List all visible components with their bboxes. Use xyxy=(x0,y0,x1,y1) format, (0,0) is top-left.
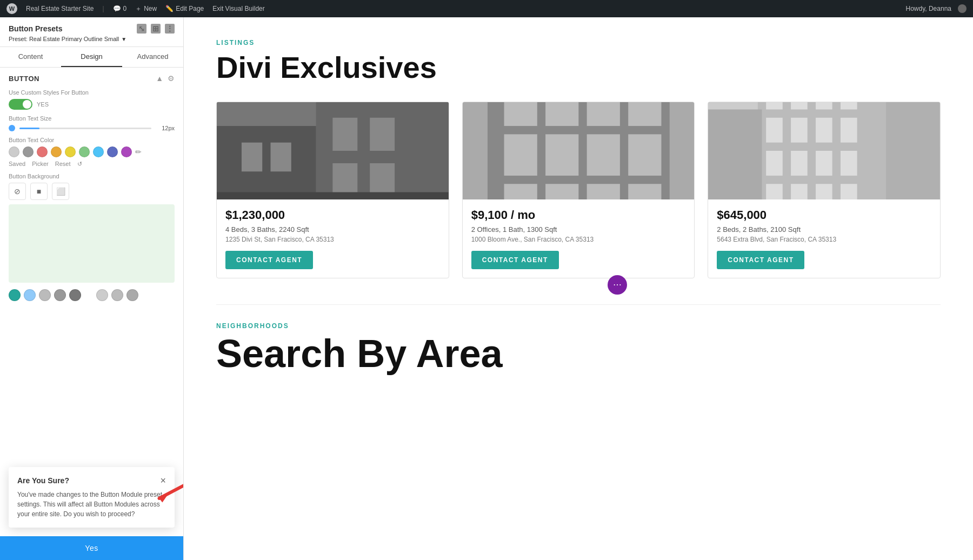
text-color-label: Button Text Color xyxy=(9,137,175,143)
svg-rect-44 xyxy=(816,184,832,199)
collapse-icon[interactable]: ▲ xyxy=(156,74,163,83)
bg-solid-icon[interactable]: ■ xyxy=(30,183,48,200)
custom-styles-toggle[interactable] xyxy=(9,99,32,110)
listings-label: LISTINGS xyxy=(216,39,941,46)
bg-label: Button Background xyxy=(9,173,175,179)
exit-builder-link[interactable]: Exit Visual Builder xyxy=(212,5,265,12)
svg-rect-37 xyxy=(841,117,857,142)
new-link[interactable]: ＋ New xyxy=(135,4,157,14)
panel-title-text: Button Presets xyxy=(9,24,63,33)
bottom-swatch-gray1[interactable] xyxy=(39,289,51,301)
preview-box xyxy=(9,204,175,283)
card-image-3 xyxy=(708,102,940,199)
svg-rect-28 xyxy=(708,109,762,199)
svg-rect-32 xyxy=(816,102,832,109)
svg-rect-31 xyxy=(791,102,808,109)
swatch-purple[interactable] xyxy=(121,146,132,157)
svg-rect-41 xyxy=(841,151,857,176)
card-specs-2: 2 Offices, 1 Bath, 1300 Sqft xyxy=(471,225,686,234)
swatch-indigo[interactable] xyxy=(107,146,118,157)
swatch-orange[interactable] xyxy=(51,146,62,157)
svg-rect-38 xyxy=(766,151,783,176)
svg-rect-23 xyxy=(545,184,578,199)
bottom-swatches xyxy=(9,289,175,301)
bubble-icon: 💬 xyxy=(113,5,121,12)
confirm-dialog: Are You Sure? × You've made changes to t… xyxy=(9,467,175,528)
contact-btn-2[interactable]: CONTACT AGENT xyxy=(471,251,559,269)
toggle-yes-label: YES xyxy=(37,101,49,108)
custom-styles-label: Use Custom Styles For Button xyxy=(9,89,175,96)
more-icon[interactable]: ⋮ xyxy=(165,24,175,34)
card-specs-3: 2 Beds, 2 Baths, 2100 Sqft xyxy=(717,225,931,234)
separator: | xyxy=(102,5,104,12)
avatar xyxy=(958,4,967,13)
swatch-red[interactable] xyxy=(37,146,48,157)
svg-rect-19 xyxy=(545,134,578,176)
card-price-2: $9,100 / mo xyxy=(471,208,686,222)
svg-rect-33 xyxy=(841,102,857,109)
button-section-header: Button ▲ ⚙ xyxy=(9,74,175,83)
main-wrapper: Button Presets ⤡ ⊞ ⋮ Preset: Real Estate… xyxy=(0,0,973,560)
comments-link[interactable]: 💬 0 xyxy=(113,5,127,12)
admin-bar: W Real Estate Starter Site | 💬 0 ＋ New ✏… xyxy=(0,0,973,17)
listings-heading: Divi Exclusives xyxy=(216,51,941,84)
svg-rect-9 xyxy=(332,163,357,196)
panel-title-icons: ⤡ ⊞ ⋮ xyxy=(137,24,175,34)
left-panel: Button Presets ⤡ ⊞ ⋮ Preset: Real Estate… xyxy=(0,17,184,560)
preset-label: Preset: Real Estate Primary Outline Smal… xyxy=(9,36,175,42)
bottom-swatch-lgray1[interactable] xyxy=(96,289,108,301)
swatch-gray[interactable] xyxy=(23,146,34,157)
slider-handle[interactable] xyxy=(9,125,15,131)
svg-rect-20 xyxy=(587,134,619,176)
text-size-label: Button Text Size xyxy=(9,115,175,122)
picker-action[interactable]: Picker xyxy=(32,161,49,168)
bg-image-icon[interactable]: ⬜ xyxy=(52,183,69,200)
svg-rect-18 xyxy=(504,134,537,176)
bottom-swatch-accent[interactable] xyxy=(9,289,21,301)
contact-btn-3[interactable]: CONTACT AGENT xyxy=(717,251,804,269)
svg-rect-21 xyxy=(628,134,661,176)
swatch-yellow[interactable] xyxy=(65,146,76,157)
property-card-1: $1,230,000 4 Beds, 3 Baths, 2240 Sqft 12… xyxy=(216,102,449,278)
expand-icon[interactable]: ⤡ xyxy=(137,24,146,34)
howdy-text: Howdy, Deanna xyxy=(906,5,952,12)
purple-menu-circle[interactable]: ⋯ xyxy=(608,275,627,295)
tab-content[interactable]: Content xyxy=(0,47,61,67)
bottom-swatch-lgray2[interactable] xyxy=(111,289,123,301)
card-body-2: $9,100 / mo 2 Offices, 1 Bath, 1300 Sqft… xyxy=(463,199,695,278)
dialog-close-button[interactable]: × xyxy=(160,476,166,485)
panel-title: Button Presets ⤡ ⊞ ⋮ xyxy=(9,24,175,34)
svg-rect-42 xyxy=(766,184,783,199)
swatch-none[interactable] xyxy=(9,146,19,157)
bottom-swatch-gray2[interactable] xyxy=(54,289,66,301)
columns-icon[interactable]: ⊞ xyxy=(151,24,161,34)
svg-rect-17 xyxy=(628,102,661,126)
toggle-row: YES xyxy=(9,99,175,110)
color-picker-icon[interactable]: ✏ xyxy=(135,148,142,156)
slider-track[interactable] xyxy=(19,128,151,129)
bg-gradient-icon[interactable]: ⊘ xyxy=(9,183,26,200)
svg-rect-40 xyxy=(816,151,832,176)
bottom-swatch-gray3[interactable] xyxy=(69,289,81,301)
contact-btn-1[interactable]: CONTACT AGENT xyxy=(225,251,313,269)
dialog-header: Are You Sure? × xyxy=(17,476,166,485)
dialog-body: You've made changes to the Button Module… xyxy=(17,490,166,519)
bottom-swatch-blue[interactable] xyxy=(24,289,36,301)
svg-rect-15 xyxy=(545,102,578,126)
svg-rect-5 xyxy=(242,142,262,171)
reset-icon[interactable]: ↺ xyxy=(77,161,82,168)
site-name-link[interactable]: Real Estate Starter Site xyxy=(26,5,94,12)
settings-icon[interactable]: ⚙ xyxy=(168,74,175,83)
edit-page-link[interactable]: ✏️ Edit Page xyxy=(165,5,204,12)
svg-rect-34 xyxy=(766,117,783,142)
tab-advanced[interactable]: Advanced xyxy=(122,47,183,67)
card-image-2 xyxy=(463,102,695,199)
svg-rect-30 xyxy=(766,102,783,109)
bottom-swatch-lgray3[interactable] xyxy=(126,289,138,301)
saved-action[interactable]: Saved xyxy=(9,161,25,168)
swatch-green[interactable] xyxy=(79,146,90,157)
swatch-blue[interactable] xyxy=(93,146,104,157)
reset-action[interactable]: Reset xyxy=(55,161,71,168)
tab-design[interactable]: Design xyxy=(61,47,122,67)
yes-button[interactable]: Yes xyxy=(0,536,183,560)
